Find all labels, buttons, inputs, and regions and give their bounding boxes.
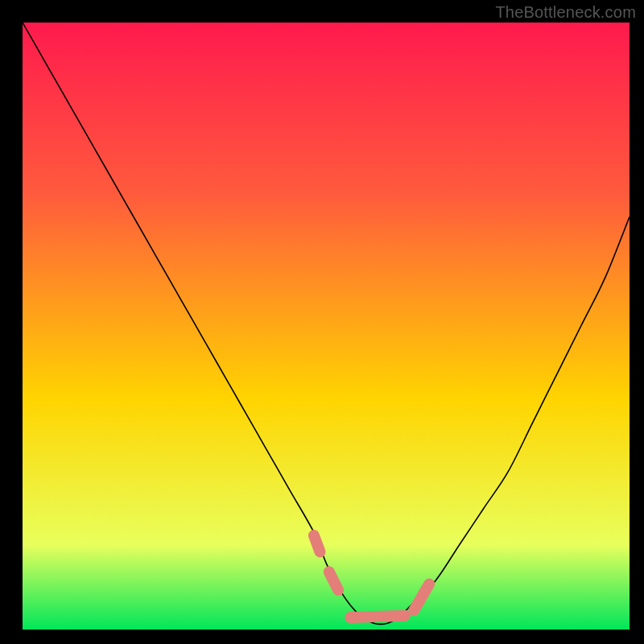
bottom-band xyxy=(350,616,405,617)
bottleneck-plot-svg xyxy=(23,23,630,630)
left-tick-upper xyxy=(314,535,320,551)
plot-area xyxy=(23,23,630,630)
watermark-text: TheBottleneck.com xyxy=(495,3,636,22)
chart-frame: TheBottleneck.com xyxy=(0,0,644,644)
plot-background xyxy=(23,23,630,630)
